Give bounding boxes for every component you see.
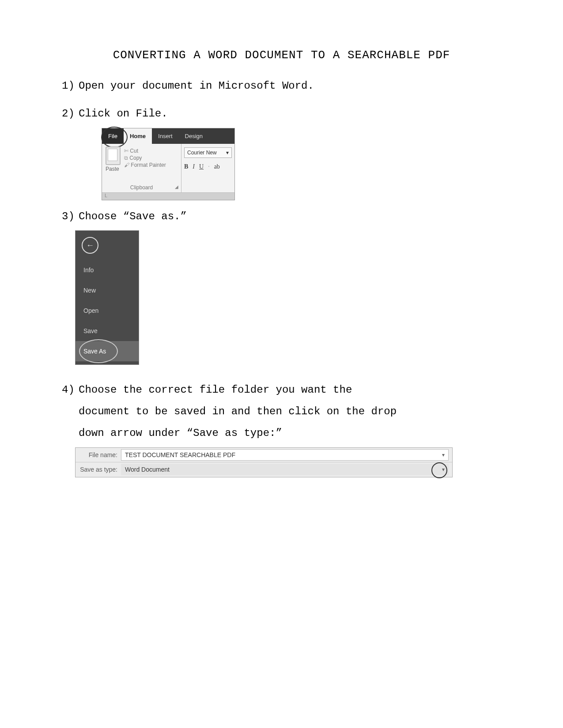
step-1-text: Open your document in Microsoft Word. [79, 80, 314, 92]
ribbon-tab-strip: File Home Insert Design [102, 128, 234, 144]
file-name-row: File name: TEST DOCUMENT SEARCHABLE PDF … [76, 448, 452, 462]
tab-home[interactable]: Home [124, 128, 152, 144]
tab-file[interactable]: File [102, 128, 124, 144]
font-group: Courier New ▾ B I U · ab [181, 144, 234, 192]
cut-button[interactable]: ✄ Cut [124, 147, 166, 154]
bold-button[interactable]: B [184, 163, 188, 170]
file-menu-new[interactable]: New [76, 280, 139, 300]
italic-button[interactable]: I [193, 163, 195, 170]
ribbon-footer: L [102, 192, 234, 200]
file-menu-back-row: ← [76, 231, 139, 260]
chevron-down-icon: ▾ [226, 150, 229, 156]
file-menu-info[interactable]: Info [76, 260, 139, 280]
step-4-text-line1: Choose the correct file folder you want … [79, 384, 352, 396]
file-name-input[interactable]: TEST DOCUMENT SEARCHABLE PDF ▾ [121, 449, 449, 461]
step-2-number: 2) [62, 106, 79, 122]
step-3: 3)Choose “Save as.” [62, 209, 501, 225]
step-1: 1)Open your document in Microsoft Word. [62, 79, 501, 94]
highlight-circle-save-type-arrow [431, 462, 447, 478]
underline-button[interactable]: U [199, 163, 204, 170]
step-1-number: 1) [62, 79, 79, 94]
file-menu-save[interactable]: Save [76, 321, 139, 341]
chevron-down-icon[interactable]: ▾ [442, 467, 445, 472]
file-menu-save-as-label: Save As [83, 348, 106, 355]
file-name-value: TEST DOCUMENT SEARCHABLE PDF [125, 451, 235, 458]
page-title: CONVERTING A WORD DOCUMENT TO A SEARCHAB… [62, 49, 501, 62]
step-4-number: 4) [62, 383, 79, 398]
step-4-text-line2: document to be saved in and then click o… [79, 404, 501, 420]
step-3-number: 3) [62, 209, 79, 225]
font-name-select[interactable]: Courier New ▾ [184, 147, 232, 158]
separator: · [208, 163, 210, 170]
save-type-row: Save as type: Word Document ▾ [76, 462, 452, 477]
save-type-value: Word Document [125, 466, 170, 473]
save-type-label: Save as type: [76, 466, 121, 473]
file-menu-save-as[interactable]: Save As [76, 341, 139, 361]
clipboard-group: ✄ Cut ⧉ Copy 🖌 Format Painter Paste Clip… [102, 144, 181, 192]
save-type-dropdown[interactable]: Word Document ▾ [121, 464, 449, 475]
file-menu-open[interactable]: Open [76, 300, 139, 321]
copy-button[interactable]: ⧉ Copy [124, 154, 166, 161]
document-page: CONVERTING A WORD DOCUMENT TO A SEARCHAB… [0, 0, 563, 728]
font-name-value: Courier New [187, 150, 217, 156]
paste-label: Paste [106, 166, 119, 172]
file-name-label: File name: [76, 451, 121, 458]
screenshot-word-ribbon: File Home Insert Design ✄ Cut ⧉ Copy 🖌 F… [102, 128, 235, 200]
screenshot-file-menu: ← Info New Open Save Save As [75, 230, 139, 365]
step-2: 2)Click on File. [62, 106, 501, 122]
step-3-text: Choose “Save as.” [79, 210, 187, 222]
clipboard-dialog-launcher-icon[interactable]: ◢ [175, 184, 178, 189]
step-2-text: Click on File. [79, 108, 168, 120]
ribbon-body: ✄ Cut ⧉ Copy 🖌 Format Painter Paste Clip… [102, 144, 234, 192]
clipboard-actions: ✄ Cut ⧉ Copy 🖌 Format Painter [124, 147, 166, 169]
tab-file-label: File [108, 133, 117, 139]
step-4-text-line3: down arrow under “Save as type:” [79, 426, 501, 441]
paste-icon[interactable] [106, 146, 121, 165]
text-effects-button[interactable]: ab [214, 163, 220, 170]
format-painter-button[interactable]: 🖌 Format Painter [124, 161, 166, 169]
back-arrow-icon[interactable]: ← [82, 237, 98, 254]
screenshot-save-dialog: File name: TEST DOCUMENT SEARCHABLE PDF … [75, 447, 453, 477]
clipboard-group-label: Clipboard [130, 184, 153, 191]
tab-insert[interactable]: Insert [152, 128, 179, 144]
step-4: 4)Choose the correct file folder you wan… [62, 383, 501, 398]
tab-design[interactable]: Design [179, 128, 209, 144]
chevron-down-icon[interactable]: ▾ [442, 452, 445, 458]
